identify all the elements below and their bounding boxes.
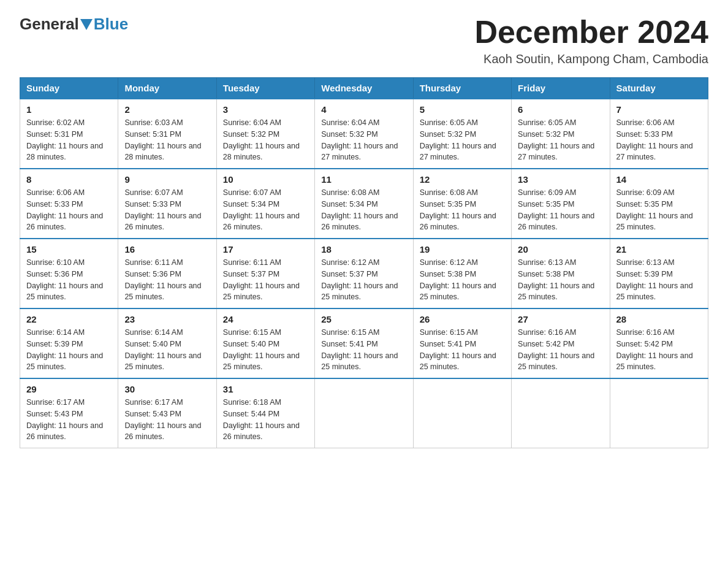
day-info: Sunrise: 6:16 AMSunset: 5:42 PMDaylight:… [518,328,594,371]
calendar-cell: 6 Sunrise: 6:05 AMSunset: 5:32 PMDayligh… [512,99,610,169]
title-section: December 2024 Kaoh Soutin, Kampong Cham,… [474,15,708,66]
day-number: 13 [518,174,603,185]
day-number: 4 [321,104,406,115]
day-info: Sunrise: 6:18 AMSunset: 5:44 PMDaylight:… [223,398,300,441]
day-info: Sunrise: 6:08 AMSunset: 5:35 PMDaylight:… [420,188,496,231]
day-info: Sunrise: 6:15 AMSunset: 5:40 PMDaylight:… [223,328,300,371]
day-number: 10 [223,174,308,185]
location-subtitle: Kaoh Soutin, Kampong Cham, Cambodia [474,52,708,66]
calendar-cell: 27 Sunrise: 6:16 AMSunset: 5:42 PMDaylig… [512,308,610,378]
calendar-cell: 13 Sunrise: 6:09 AMSunset: 5:35 PMDaylig… [512,169,610,239]
day-info: Sunrise: 6:04 AMSunset: 5:32 PMDaylight:… [223,118,300,161]
calendar-cell: 25 Sunrise: 6:15 AMSunset: 5:41 PMDaylig… [315,308,413,378]
day-number: 7 [616,104,702,115]
month-title: December 2024 [474,15,708,50]
col-tuesday: Tuesday [216,78,314,99]
day-number: 30 [124,384,210,394]
day-number: 29 [26,384,112,394]
col-saturday: Saturday [610,78,708,99]
calendar-cell: 20 Sunrise: 6:13 AMSunset: 5:38 PMDaylig… [512,239,610,308]
day-number: 16 [124,244,210,255]
col-sunday: Sunday [20,78,118,99]
calendar-cell: 9 Sunrise: 6:07 AMSunset: 5:33 PMDayligh… [118,169,216,239]
col-wednesday: Wednesday [315,78,413,99]
day-info: Sunrise: 6:08 AMSunset: 5:34 PMDaylight:… [321,188,398,231]
calendar-cell: 5 Sunrise: 6:05 AMSunset: 5:32 PMDayligh… [413,99,511,169]
day-number: 2 [124,104,210,115]
col-thursday: Thursday [413,78,511,99]
day-info: Sunrise: 6:17 AMSunset: 5:43 PMDaylight:… [26,398,103,441]
logo-general-text: General [20,15,79,34]
col-monday: Monday [118,78,216,99]
calendar-cell: 31 Sunrise: 6:18 AMSunset: 5:44 PMDaylig… [216,378,314,448]
day-number: 17 [223,244,308,255]
day-info: Sunrise: 6:14 AMSunset: 5:40 PMDaylight:… [124,328,201,371]
calendar-cell: 18 Sunrise: 6:12 AMSunset: 5:37 PMDaylig… [315,239,413,308]
calendar-cell: 22 Sunrise: 6:14 AMSunset: 5:39 PMDaylig… [20,308,118,378]
calendar-cell: 23 Sunrise: 6:14 AMSunset: 5:40 PMDaylig… [118,308,216,378]
calendar-cell: 1 Sunrise: 6:02 AMSunset: 5:31 PMDayligh… [20,99,118,169]
day-number: 27 [518,314,603,324]
calendar-cell: 17 Sunrise: 6:11 AMSunset: 5:37 PMDaylig… [216,239,314,308]
day-number: 3 [223,104,308,115]
logo: General Blue [20,15,128,34]
calendar-cell: 10 Sunrise: 6:07 AMSunset: 5:34 PMDaylig… [216,169,314,239]
calendar-cell: 16 Sunrise: 6:11 AMSunset: 5:36 PMDaylig… [118,239,216,308]
day-number: 31 [223,384,308,394]
page-header: General Blue December 2024 Kaoh Soutin, … [20,15,708,66]
day-info: Sunrise: 6:16 AMSunset: 5:42 PMDaylight:… [616,328,693,371]
day-info: Sunrise: 6:11 AMSunset: 5:37 PMDaylight:… [223,258,300,301]
day-number: 19 [420,244,505,255]
calendar-cell: 19 Sunrise: 6:12 AMSunset: 5:38 PMDaylig… [413,239,511,308]
day-number: 20 [518,244,603,255]
calendar-cell [413,378,511,448]
day-info: Sunrise: 6:09 AMSunset: 5:35 PMDaylight:… [616,188,693,231]
calendar-cell: 14 Sunrise: 6:09 AMSunset: 5:35 PMDaylig… [610,169,708,239]
day-info: Sunrise: 6:17 AMSunset: 5:43 PMDaylight:… [124,398,201,441]
calendar-cell: 15 Sunrise: 6:10 AMSunset: 5:36 PMDaylig… [20,239,118,308]
day-info: Sunrise: 6:04 AMSunset: 5:32 PMDaylight:… [321,118,398,161]
day-info: Sunrise: 6:06 AMSunset: 5:33 PMDaylight:… [26,188,103,231]
calendar-cell: 4 Sunrise: 6:04 AMSunset: 5:32 PMDayligh… [315,99,413,169]
day-number: 23 [124,314,210,324]
day-info: Sunrise: 6:15 AMSunset: 5:41 PMDaylight:… [321,328,398,371]
calendar-cell: 7 Sunrise: 6:06 AMSunset: 5:33 PMDayligh… [610,99,708,169]
calendar-cell: 21 Sunrise: 6:13 AMSunset: 5:39 PMDaylig… [610,239,708,308]
calendar-table: Sunday Monday Tuesday Wednesday Thursday… [20,77,708,448]
day-number: 25 [321,314,406,324]
calendar-header-row: Sunday Monday Tuesday Wednesday Thursday… [20,78,708,99]
day-number: 21 [616,244,702,255]
day-number: 26 [420,314,505,324]
week-row-1: 1 Sunrise: 6:02 AMSunset: 5:31 PMDayligh… [20,99,708,169]
day-info: Sunrise: 6:10 AMSunset: 5:36 PMDaylight:… [26,258,103,301]
calendar-cell [610,378,708,448]
calendar-cell: 28 Sunrise: 6:16 AMSunset: 5:42 PMDaylig… [610,308,708,378]
day-info: Sunrise: 6:15 AMSunset: 5:41 PMDaylight:… [420,328,496,371]
calendar-cell: 29 Sunrise: 6:17 AMSunset: 5:43 PMDaylig… [20,378,118,448]
calendar-cell: 24 Sunrise: 6:15 AMSunset: 5:40 PMDaylig… [216,308,314,378]
day-info: Sunrise: 6:09 AMSunset: 5:35 PMDaylight:… [518,188,594,231]
day-number: 22 [26,314,112,324]
calendar-cell [512,378,610,448]
logo-blue-text: Blue [94,15,128,34]
day-info: Sunrise: 6:05 AMSunset: 5:32 PMDaylight:… [420,118,496,161]
day-number: 15 [26,244,112,255]
calendar-cell: 26 Sunrise: 6:15 AMSunset: 5:41 PMDaylig… [413,308,511,378]
day-info: Sunrise: 6:05 AMSunset: 5:32 PMDaylight:… [518,118,594,161]
week-row-2: 8 Sunrise: 6:06 AMSunset: 5:33 PMDayligh… [20,169,708,239]
calendar-cell: 12 Sunrise: 6:08 AMSunset: 5:35 PMDaylig… [413,169,511,239]
day-info: Sunrise: 6:06 AMSunset: 5:33 PMDaylight:… [616,118,693,161]
day-number: 24 [223,314,308,324]
day-info: Sunrise: 6:07 AMSunset: 5:34 PMDaylight:… [223,188,300,231]
day-number: 18 [321,244,406,255]
day-info: Sunrise: 6:14 AMSunset: 5:39 PMDaylight:… [26,328,103,371]
day-number: 5 [420,104,505,115]
day-number: 9 [124,174,210,185]
day-info: Sunrise: 6:11 AMSunset: 5:36 PMDaylight:… [124,258,201,301]
day-number: 1 [26,104,112,115]
day-number: 8 [26,174,112,185]
day-number: 14 [616,174,702,185]
col-friday: Friday [512,78,610,99]
week-row-5: 29 Sunrise: 6:17 AMSunset: 5:43 PMDaylig… [20,378,708,448]
day-info: Sunrise: 6:12 AMSunset: 5:37 PMDaylight:… [321,258,398,301]
